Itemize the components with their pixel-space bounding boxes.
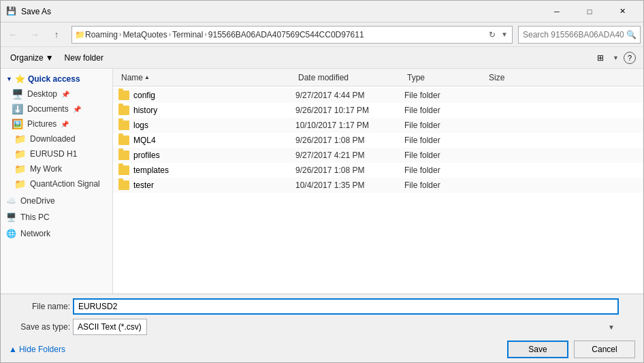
organize-chevron-icon: ▼ <box>46 53 54 63</box>
folder-icon <box>118 136 129 145</box>
onedrive-icon: ☁️ <box>6 196 16 206</box>
sidebar-item-onedrive[interactable]: ☁️ OneDrive <box>1 194 112 208</box>
maximize-button[interactable]: □ <box>574 1 605 22</box>
mywork-folder-icon: 📁 <box>14 163 26 174</box>
filename-input[interactable] <box>73 298 619 315</box>
desktop-folder-icon: 🖥️ <box>12 89 23 99</box>
help-button[interactable]: ? <box>622 50 638 66</box>
sidebar-item-pictures[interactable]: 🖼️ Pictures 📌 <box>1 116 112 131</box>
file-type: File folder <box>404 180 486 190</box>
savetype-wrapper: ASCII Text (*.csv) ▼ <box>73 319 619 335</box>
file-name: tester <box>133 180 154 190</box>
back-button[interactable]: ← <box>3 25 22 44</box>
file-type: File folder <box>404 165 486 175</box>
window-icon: 💾 <box>6 6 17 17</box>
search-icon: 🔍 <box>626 30 637 40</box>
table-row[interactable]: templates 9/26/2017 1:08 PM File folder <box>113 163 643 178</box>
file-date: 9/26/2017 10:17 PM <box>295 106 404 115</box>
save-button[interactable]: Save <box>507 341 568 358</box>
forward-button[interactable]: → <box>25 25 44 44</box>
file-name: profiles <box>133 151 160 160</box>
table-row[interactable]: MQL4 9/26/2017 1:08 PM File folder <box>113 133 643 148</box>
file-list-area: Name ▲ Date modified Type Size config 9 <box>113 69 643 294</box>
documents-folder-icon: ⬇️ <box>12 104 23 114</box>
address-bar[interactable]: 📁 Roaming › MetaQuotes › Terminal › 9155… <box>71 26 513 44</box>
table-row[interactable]: profiles 9/27/2017 4:21 PM File folder <box>113 148 643 163</box>
quick-access-star-icon: ⭐ <box>15 74 25 84</box>
cancel-button[interactable]: Cancel <box>574 341 635 358</box>
file-date: 10/10/2017 1:17 PM <box>295 121 404 130</box>
sort-up-icon: ▲ <box>144 74 150 80</box>
minimize-button[interactable]: ─ <box>541 1 573 22</box>
file-date: 9/27/2017 4:44 PM <box>295 91 404 100</box>
mywork-label: My Work <box>30 164 62 174</box>
filename-row: File name: <box>9 298 635 315</box>
savetype-label: Save as type: <box>9 322 70 332</box>
network-label: Network <box>20 229 50 238</box>
hide-folders-chevron-icon: ▲ <box>9 345 17 354</box>
table-row[interactable]: logs 10/10/2017 1:17 PM File folder <box>113 118 643 133</box>
folder-icon <box>118 106 129 115</box>
file-type: File folder <box>404 121 486 130</box>
file-name: history <box>133 106 157 115</box>
documents-pin-icon: 📌 <box>73 106 81 113</box>
table-row[interactable]: history 9/26/2017 10:17 PM File folder <box>113 103 643 118</box>
table-row[interactable]: config 9/27/2017 4:44 PM File folder <box>113 88 643 103</box>
search-input[interactable] <box>518 26 641 44</box>
eurusd-folder-icon: 📁 <box>14 148 26 159</box>
folder-icon <box>118 151 129 160</box>
main-content: ▼ ⭐ Quick access 🖥️ Desktop 📌 ⬇️ Documen… <box>1 69 643 294</box>
sidebar-item-downloaded[interactable]: 📁 Downloaded <box>1 131 112 146</box>
eurusd-label: EURUSD H1 <box>30 149 77 159</box>
sidebar-item-eurusd[interactable]: 📁 EURUSD H1 <box>1 146 112 161</box>
folder-icon <box>118 121 129 130</box>
close-button[interactable]: ✕ <box>607 1 638 22</box>
file-type: File folder <box>404 106 486 115</box>
sidebar: ▼ ⭐ Quick access 🖥️ Desktop 📌 ⬇️ Documen… <box>1 69 113 294</box>
window-title: Save As <box>21 7 541 16</box>
desktop-label: Desktop <box>27 89 57 99</box>
savetype-dropdown-icon: ▼ <box>608 323 615 331</box>
file-date: 9/26/2017 1:08 PM <box>295 136 404 145</box>
quick-access-label: Quick access <box>28 74 80 84</box>
sidebar-item-thispc[interactable]: 🖥️ This PC <box>1 210 112 224</box>
file-list-header: Name ▲ Date modified Type Size <box>113 69 643 86</box>
table-row[interactable]: tester 10/4/2017 1:35 PM File folder <box>113 178 643 193</box>
breadcrumb-roaming: Roaming <box>85 30 118 40</box>
sidebar-item-mywork[interactable]: 📁 My Work <box>1 161 112 176</box>
sidebar-item-documents[interactable]: ⬇️ Documents 📌 <box>1 101 112 116</box>
hide-folders-label: Hide Folders <box>19 345 65 354</box>
column-header-type[interactable]: Type <box>404 73 486 82</box>
sidebar-item-desktop[interactable]: 🖥️ Desktop 📌 <box>1 86 112 101</box>
quick-access-header[interactable]: ▼ ⭐ Quick access <box>1 72 112 86</box>
desktop-pin-icon: 📌 <box>61 91 69 98</box>
title-bar: 💾 Save As ─ □ ✕ <box>1 1 643 22</box>
folder-icon <box>118 180 129 190</box>
pictures-pin-icon: 📌 <box>61 121 69 128</box>
column-header-size[interactable]: Size <box>486 73 541 82</box>
refresh-button[interactable]: ↻ <box>485 27 500 42</box>
organize-button[interactable]: Organize ▼ <box>6 50 58 66</box>
column-header-name[interactable]: Name ▲ <box>118 73 295 82</box>
save-as-dialog: 💾 Save As ─ □ ✕ ← → ↑ 📁 Roaming › MetaQu… <box>0 0 644 363</box>
view-options-button[interactable]: ⊞ <box>591 50 610 66</box>
up-button[interactable]: ↑ <box>47 25 66 44</box>
onedrive-label: OneDrive <box>20 196 55 206</box>
breadcrumb-folder-icon: 📁 <box>75 30 85 40</box>
quantaction-folder-icon: 📁 <box>14 178 26 189</box>
onedrive-section: ☁️ OneDrive <box>1 194 112 208</box>
downloaded-folder-icon: 📁 <box>14 133 26 144</box>
file-type: File folder <box>404 151 486 160</box>
folder-icon <box>118 91 129 100</box>
file-type: File folder <box>404 91 486 100</box>
breadcrumb-metaquotes: MetaQuotes <box>123 30 167 40</box>
column-header-date[interactable]: Date modified <box>295 73 404 82</box>
sidebar-item-network[interactable]: 🌐 Network <box>1 227 112 240</box>
file-name: MQL4 <box>133 136 156 145</box>
search-wrapper: 🔍 <box>518 26 641 44</box>
sidebar-item-quantaction[interactable]: 📁 QuantAction Signal <box>1 176 112 191</box>
file-name: templates <box>133 165 169 175</box>
new-folder-button[interactable]: New folder <box>61 50 108 66</box>
savetype-select[interactable]: ASCII Text (*.csv) <box>73 319 147 335</box>
hide-folders-button[interactable]: ▲ Hide Folders <box>9 345 65 354</box>
